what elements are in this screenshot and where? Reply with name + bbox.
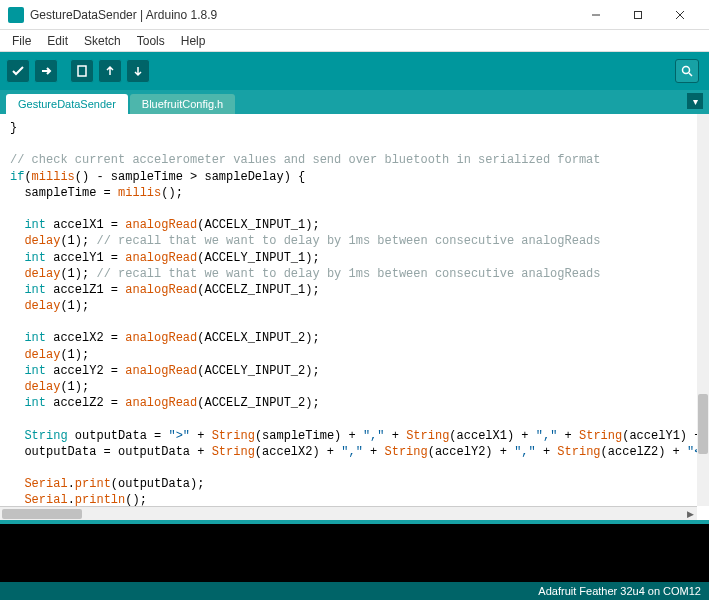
- app-icon: [8, 7, 24, 23]
- horizontal-scrollbar-thumb[interactable]: [2, 509, 82, 519]
- menu-help[interactable]: Help: [173, 32, 214, 50]
- svg-point-5: [683, 67, 690, 74]
- console-output[interactable]: [0, 524, 709, 582]
- svg-rect-1: [635, 11, 642, 18]
- new-button[interactable]: [70, 59, 94, 83]
- scroll-right-arrow[interactable]: ▶: [683, 507, 697, 521]
- tab-gesturedatasender[interactable]: GestureDataSender: [6, 94, 128, 114]
- tab-bar: GestureDataSender BluefruitConfig.h ▾: [0, 90, 709, 114]
- open-button[interactable]: [98, 59, 122, 83]
- svg-line-6: [689, 73, 692, 76]
- tab-menu-button[interactable]: ▾: [687, 93, 703, 109]
- minimize-button[interactable]: [575, 1, 617, 29]
- svg-rect-4: [78, 66, 86, 76]
- menu-tools[interactable]: Tools: [129, 32, 173, 50]
- serial-monitor-button[interactable]: [675, 59, 699, 83]
- window-controls: [575, 1, 701, 29]
- menubar: File Edit Sketch Tools Help: [0, 30, 709, 52]
- window-title: GestureDataSender | Arduino 1.8.9: [30, 8, 575, 22]
- vertical-scrollbar[interactable]: [697, 114, 709, 506]
- window-titlebar: GestureDataSender | Arduino 1.8.9: [0, 0, 709, 30]
- toolbar: [0, 52, 709, 90]
- maximize-button[interactable]: [617, 1, 659, 29]
- save-button[interactable]: [126, 59, 150, 83]
- menu-file[interactable]: File: [4, 32, 39, 50]
- vertical-scrollbar-thumb[interactable]: [698, 394, 708, 454]
- horizontal-scrollbar[interactable]: ◀ ▶: [0, 506, 697, 520]
- close-button[interactable]: [659, 1, 701, 29]
- menu-edit[interactable]: Edit: [39, 32, 76, 50]
- code-editor[interactable]: } // check current accelerometer values …: [0, 114, 709, 506]
- board-status: Adafruit Feather 32u4 on COM12: [538, 585, 701, 597]
- tab-bluefruitconfig[interactable]: BluefruitConfig.h: [130, 94, 235, 114]
- status-bar: Adafruit Feather 32u4 on COM12: [0, 582, 709, 600]
- upload-button[interactable]: [34, 59, 58, 83]
- menu-sketch[interactable]: Sketch: [76, 32, 129, 50]
- verify-button[interactable]: [6, 59, 30, 83]
